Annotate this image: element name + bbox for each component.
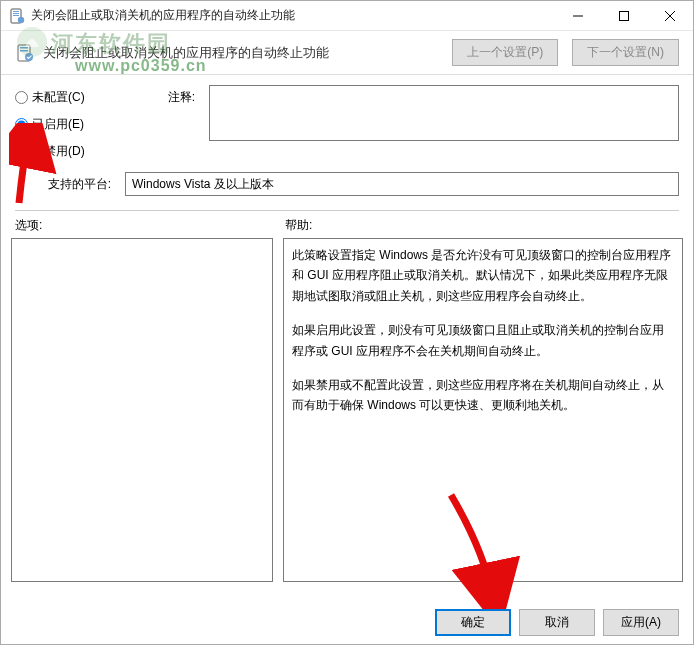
radio-disabled[interactable]: 已禁用(D) (15, 143, 115, 160)
svg-rect-3 (13, 15, 19, 16)
annotation-textarea[interactable] (209, 85, 679, 141)
platform-row: 支持的平台: Windows Vista 及以上版本 (1, 164, 693, 204)
titlebar: 关闭会阻止或取消关机的应用程序的自动终止功能 (1, 1, 693, 31)
platform-value: Windows Vista 及以上版本 (125, 172, 679, 196)
help-box: 此策略设置指定 Windows 是否允许没有可见顶级窗口的控制台应用程序和 GU… (283, 238, 683, 582)
svg-point-12 (25, 53, 33, 61)
radio-enabled-label: 已启用(E) (32, 116, 84, 133)
annotation-label: 注释: (125, 85, 199, 160)
lower-labels: 选项: 帮助: (1, 217, 693, 238)
subheader: 关闭会阻止或取消关机的应用程序的自动终止功能 上一个设置(P) 下一个设置(N) (1, 31, 693, 75)
help-paragraph-1: 此策略设置指定 Windows 是否允许没有可见顶级窗口的控制台应用程序和 GU… (292, 245, 674, 306)
radio-disabled-input[interactable] (15, 145, 28, 158)
cancel-button[interactable]: 取消 (519, 609, 595, 636)
apply-button[interactable]: 应用(A) (603, 609, 679, 636)
radio-unconfigured-label: 未配置(C) (32, 89, 85, 106)
config-area: 未配置(C) 已启用(E) 已禁用(D) 注释: (1, 75, 693, 164)
divider (15, 210, 679, 211)
svg-rect-1 (13, 11, 19, 12)
radio-unconfigured[interactable]: 未配置(C) (15, 89, 115, 106)
app-icon (9, 8, 25, 24)
footer-buttons: 确定 取消 应用(A) (435, 609, 679, 636)
maximize-button[interactable] (601, 1, 647, 31)
options-label: 选项: (15, 217, 285, 234)
svg-point-4 (18, 16, 24, 22)
radio-enabled-input[interactable] (15, 118, 28, 131)
ok-button[interactable]: 确定 (435, 609, 511, 636)
policy-title: 关闭会阻止或取消关机的应用程序的自动终止功能 (43, 44, 438, 62)
next-setting-button[interactable]: 下一个设置(N) (572, 39, 679, 66)
svg-rect-6 (620, 12, 629, 21)
minimize-button[interactable] (555, 1, 601, 31)
close-button[interactable] (647, 1, 693, 31)
options-box (11, 238, 273, 582)
radio-disabled-label: 已禁用(D) (32, 143, 85, 160)
window-title: 关闭会阻止或取消关机的应用程序的自动终止功能 (31, 7, 555, 24)
platform-label: 支持的平台: (41, 176, 115, 193)
prev-setting-button[interactable]: 上一个设置(P) (452, 39, 558, 66)
svg-rect-2 (13, 13, 19, 14)
policy-icon (15, 43, 35, 63)
radio-unconfigured-input[interactable] (15, 91, 28, 104)
window-controls (555, 1, 693, 30)
svg-rect-11 (20, 50, 28, 52)
radio-enabled[interactable]: 已启用(E) (15, 116, 115, 133)
lower-area: 此策略设置指定 Windows 是否允许没有可见顶级窗口的控制台应用程序和 GU… (1, 238, 693, 582)
help-paragraph-3: 如果禁用或不配置此设置，则这些应用程序将在关机期间自动终止，从而有助于确保 Wi… (292, 375, 674, 416)
radio-group: 未配置(C) 已启用(E) 已禁用(D) (15, 85, 115, 160)
help-paragraph-2: 如果启用此设置，则没有可见顶级窗口且阻止或取消关机的控制台应用程序或 GUI 应… (292, 320, 674, 361)
help-label: 帮助: (285, 217, 312, 234)
svg-rect-10 (20, 47, 28, 49)
